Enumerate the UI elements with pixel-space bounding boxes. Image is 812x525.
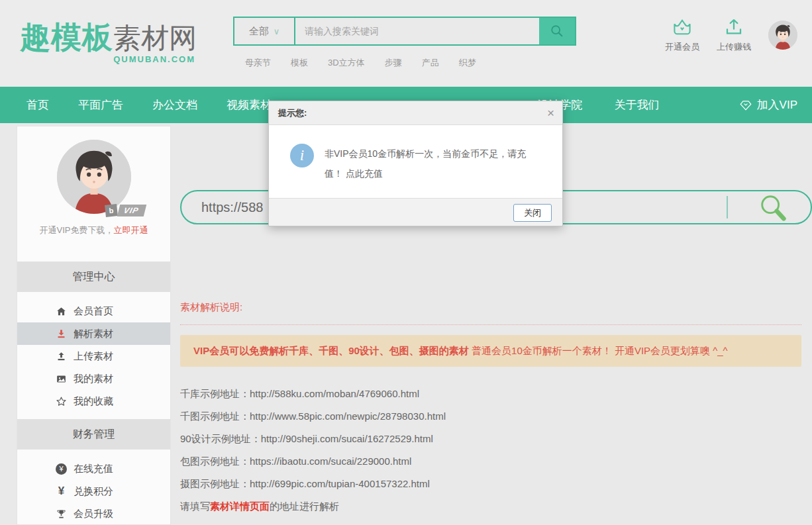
search-input[interactable] <box>295 18 539 44</box>
avatar-image <box>768 21 797 50</box>
nav-item-about-us[interactable]: 关于我们 <box>615 99 660 111</box>
sidebar-manage-list: 会员首页 解析素材 上传素材 我的素材 我的收藏 <box>17 300 170 412</box>
example-ibaotu: 包图示例地址：https://ibaotu.com/sucai/229000.h… <box>180 450 812 473</box>
logo-domain: QUMUBAN.COM <box>113 54 195 64</box>
sidebar-item-online-recharge[interactable]: ¥ 在线充值 <box>17 457 170 480</box>
vip-banner-bold: VIP会员可以免费解析千库、千图、90设计、包图、摄图的素材 <box>193 345 469 356</box>
sidebar-item-label: 会员升级 <box>74 508 113 520</box>
sidebar-item-my-favorites[interactable]: 我的收藏 <box>17 390 170 412</box>
open-vip-action[interactable]: 开通会员 <box>665 17 699 53</box>
avatar-image <box>57 140 131 214</box>
vip-badge-b: b <box>105 204 118 217</box>
sidebar-item-member-upgrade[interactable]: 会员升级 <box>17 502 170 525</box>
nav-item-video[interactable]: 视频素材 <box>227 97 272 113</box>
nav-item-home[interactable]: 首页 <box>26 97 49 113</box>
site-logo[interactable]: 趣模板素材网 QUMUBAN.COM <box>20 17 197 58</box>
vip-badge-label: VIP <box>117 205 147 216</box>
yen-circle-icon: ¥ <box>56 463 67 475</box>
sidebar-item-label: 我的素材 <box>74 373 113 385</box>
sidebar-item-label: 解析素材 <box>74 328 113 340</box>
sidebar-section-manage: 管理中心 <box>17 262 170 292</box>
sidebar-item-upload-material[interactable]: 上传素材 <box>17 345 170 367</box>
sidebar-avatar[interactable] <box>57 140 131 214</box>
example-list: 千库示例地址：http://588ku.com/moban/4769060.ht… <box>180 383 812 518</box>
parse-search-button[interactable] <box>758 193 788 223</box>
example-qianku: 千库示例地址：http://588ku.com/moban/4769060.ht… <box>180 383 812 405</box>
sidebar: b VIP 开通VIP免费下载，立即开通 管理中心 会员首页 解析素材 上传素材 <box>17 126 171 525</box>
header-actions: 开通会员 上传赚钱 <box>665 17 797 53</box>
example-qiantu: 千图示例地址：http://www.58pic.com/newpic/28798… <box>180 405 812 428</box>
user-avatar[interactable] <box>768 21 797 50</box>
hot-link[interactable]: 步骤 <box>385 57 402 69</box>
close-icon[interactable]: × <box>547 101 554 125</box>
dialog-message: 非VIP会员10金币解析一次，当前金币不足，请充值！ 点此充值 <box>325 144 544 183</box>
join-vip-link[interactable]: 加入VIP <box>739 97 797 113</box>
upload-earn-action[interactable]: 上传赚钱 <box>717 17 751 53</box>
instruction-emphasis: 素材详情页面 <box>210 501 270 512</box>
star-icon <box>56 396 67 407</box>
hot-link[interactable]: 织梦 <box>459 57 476 69</box>
page: 趣模板素材网 QUMUBAN.COM 全部 ∨ 母亲节 模板 <box>0 0 812 525</box>
sidebar-item-label: 会员首页 <box>74 305 113 318</box>
logo-brand: 趣模板 <box>20 20 113 54</box>
home-icon <box>56 306 67 317</box>
dialog-titlebar: 提示您: × <box>269 101 562 125</box>
instruction-pre: 请填写 <box>180 501 210 512</box>
hot-links: 母亲节 模板 3D立方体 步骤 产品 织梦 <box>233 57 576 69</box>
magnifier-icon <box>758 193 788 223</box>
parse-instruction: 请填写素材详情页面的地址进行解析 <box>180 495 812 518</box>
recharge-link[interactable]: 点此充值 <box>346 168 383 179</box>
search-button[interactable] <box>539 18 575 44</box>
dialog-footer: 关闭 <box>269 198 562 226</box>
logo-suffix: 素材网 <box>113 23 197 54</box>
instruction-post: 的地址进行解析 <box>270 501 339 512</box>
vip-banner: VIP会员可以免费解析千库、千图、90设计、包图、摄图的素材 普通会员10金币解… <box>180 335 801 367</box>
vip-promo-text: 开通VIP免费下载， <box>40 225 114 235</box>
sidebar-item-my-material[interactable]: 我的素材 <box>17 367 170 390</box>
search-category-value: 全部 <box>249 25 269 38</box>
sidebar-item-label: 上传素材 <box>74 350 113 363</box>
header: 趣模板素材网 QUMUBAN.COM 全部 ∨ 母亲节 模板 <box>0 0 812 87</box>
hot-link[interactable]: 母亲节 <box>245 57 271 69</box>
trophy-icon <box>56 508 67 520</box>
sidebar-item-member-home[interactable]: 会员首页 <box>17 300 170 322</box>
search-area: 全部 ∨ 母亲节 模板 3D立方体 步骤 产品 织梦 <box>233 17 576 69</box>
parse-note-title: 素材解析说明: <box>180 301 801 325</box>
parse-download-icon <box>56 328 67 340</box>
search-category-dropdown[interactable]: 全部 ∨ <box>234 18 295 44</box>
yen-icon: ¥ <box>56 485 67 498</box>
upload-icon <box>723 17 744 37</box>
diamond-vip-icon <box>739 99 752 111</box>
chevron-down-icon: ∨ <box>274 26 280 36</box>
vip-banner-rest: 普通会员10金币解析一个素材！ 开通VIP会员更划算噢 ^_^ <box>469 345 728 356</box>
upload-tray-icon <box>56 351 67 362</box>
vip-promo: 开通VIP免费下载，立即开通 <box>17 224 170 236</box>
sidebar-avatar-wrap: b VIP <box>57 140 131 214</box>
nav-item-graphic-ads[interactable]: 平面广告 <box>78 97 123 113</box>
vip-promo-link[interactable]: 立即开通 <box>113 225 148 235</box>
hot-link[interactable]: 3D立方体 <box>328 57 365 69</box>
sidebar-item-label: 兑换积分 <box>74 485 113 498</box>
sidebar-item-label: 我的收藏 <box>74 395 113 408</box>
dialog-body: i 非VIP会员10金币解析一次，当前金币不足，请充值！ 点此充值 <box>269 125 562 198</box>
sidebar-item-label: 在线充值 <box>74 463 113 475</box>
nav-item-office-docs[interactable]: 办公文档 <box>152 97 197 113</box>
info-icon: i <box>290 144 314 167</box>
hot-link[interactable]: 模板 <box>291 57 308 69</box>
image-icon <box>56 373 67 385</box>
crown-icon <box>671 17 693 37</box>
join-vip-label: 加入VIP <box>757 97 797 113</box>
upload-earn-label: 上传赚钱 <box>717 41 751 53</box>
example-699pic: 摄图示例地址：http://699pic.com/tupian-40015732… <box>180 473 812 495</box>
close-button[interactable]: 关闭 <box>513 204 552 222</box>
alert-dialog: 提示您: × i 非VIP会员10金币解析一次，当前金币不足，请充值！ 点此充值… <box>268 101 563 226</box>
example-90sheji: 90设计示例地址：http://90sheji.com/sucai/162725… <box>180 428 812 450</box>
url-bar-divider <box>727 196 728 218</box>
sidebar-item-parse-material[interactable]: 解析素材 <box>17 322 170 345</box>
search-icon <box>550 24 564 38</box>
search-bar: 全部 ∨ <box>233 17 576 46</box>
open-vip-label: 开通会员 <box>665 41 699 53</box>
sidebar-finance-list: ¥ 在线充值 ¥ 兑换积分 会员升级 <box>17 457 170 525</box>
hot-link[interactable]: 产品 <box>422 57 439 69</box>
sidebar-item-exchange-points[interactable]: ¥ 兑换积分 <box>17 480 170 502</box>
